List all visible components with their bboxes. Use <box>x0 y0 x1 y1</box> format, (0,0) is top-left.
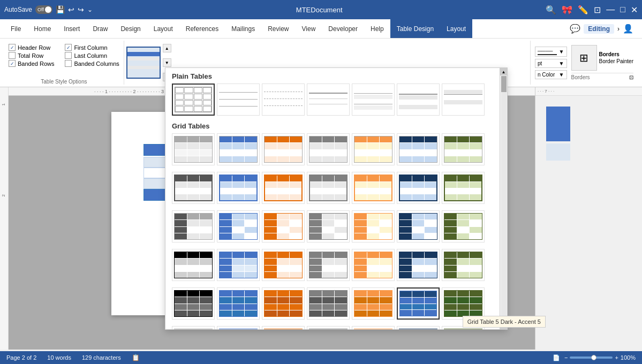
zoom-out-icon[interactable]: − <box>564 354 568 361</box>
grid-table-green1[interactable] <box>442 133 485 165</box>
header-row-checkbox[interactable]: Header Row <box>9 44 63 51</box>
grid-table-gray2[interactable] <box>307 172 350 204</box>
tab-file[interactable]: File <box>4 19 27 38</box>
grid-table-yellowD3[interactable] <box>352 326 395 330</box>
tab-references[interactable]: References <box>179 19 225 38</box>
ribbon-icon[interactable]: 🎀 <box>562 5 572 15</box>
tab-table-layout[interactable]: Layout <box>440 19 472 38</box>
plain-table-1[interactable] <box>172 84 215 116</box>
grid-table-lightblue2[interactable] <box>397 172 440 204</box>
autosave-toggle[interactable]: Off <box>35 5 52 14</box>
scroll-thumb[interactable] <box>501 76 507 92</box>
scroll-track[interactable] <box>501 76 507 321</box>
grid-table-default2[interactable] <box>172 172 215 204</box>
pen-color-selector[interactable]: n Color ▼ <box>535 70 567 79</box>
plain-table-7[interactable] <box>442 84 485 116</box>
grid-table-blue3[interactable] <box>217 210 260 242</box>
redo-icon[interactable]: ↪ <box>78 5 84 14</box>
total-row-checkbox[interactable]: Total Row <box>9 52 63 59</box>
grid-table-orange2[interactable] <box>262 172 305 204</box>
grid-table-default3[interactable] <box>172 210 215 242</box>
customize-icon[interactable]: ⌄ <box>87 6 93 13</box>
close-icon[interactable]: ✕ <box>631 5 638 15</box>
undo-icon[interactable]: ↩ <box>68 5 74 14</box>
grid-table-lblueD1[interactable] <box>397 249 440 281</box>
plain-table-3[interactable] <box>262 84 305 116</box>
grid-table-gray3[interactable] <box>307 210 350 242</box>
zoom-track[interactable] <box>570 357 613 359</box>
pen-icon[interactable]: ✏️ <box>578 5 588 15</box>
grid-table-black3[interactable] <box>172 326 215 330</box>
grid-table-orangeD3[interactable] <box>262 326 305 330</box>
tab-draw[interactable]: Draw <box>86 19 114 38</box>
grid-table-grayD2[interactable] <box>307 287 350 320</box>
grid-table-black2[interactable] <box>172 287 215 320</box>
line-weight-selector[interactable]: pt ▼ <box>535 59 567 68</box>
line-style-selector[interactable]: ──── ▼ <box>535 47 567 57</box>
borders-settings-icon[interactable]: ⊡ <box>629 74 633 80</box>
tab-home[interactable]: Home <box>27 19 57 38</box>
grid-table-yellowD1[interactable] <box>352 249 395 281</box>
grid-table-blueD1[interactable] <box>217 249 260 281</box>
last-column-checkbox[interactable]: Last Column <box>65 52 119 59</box>
comments-icon[interactable]: 💬 <box>570 24 580 34</box>
grid-table-grayD3[interactable] <box>307 326 350 330</box>
grid-table-blueD3[interactable] <box>217 326 260 330</box>
minimize-icon[interactable]: — <box>606 5 615 14</box>
restore-icon[interactable]: ⊡ <box>594 5 601 15</box>
grid-table-yellowD2[interactable] <box>352 287 395 320</box>
banded-rows-checkbox[interactable]: Banded Rows <box>9 60 63 67</box>
grid-table-blueD2[interactable] <box>217 287 260 320</box>
tab-layout[interactable]: Layout <box>147 19 179 38</box>
grid-table-lblueD3[interactable] <box>397 326 440 330</box>
tab-mailings[interactable]: Mailings <box>225 19 261 38</box>
tab-insert[interactable]: Insert <box>57 19 86 38</box>
grid-table-greenD3[interactable] <box>442 326 485 330</box>
plain-table-6[interactable] <box>397 84 440 116</box>
grid-table-lightblue3[interactable] <box>397 210 440 242</box>
grid-table-gray1[interactable] <box>307 133 350 165</box>
editing-label[interactable]: Editing <box>584 24 614 34</box>
search-icon[interactable]: 🔍 <box>546 5 556 15</box>
scroll-up-button[interactable]: ▲ <box>500 68 508 75</box>
grid-table-orangeD1[interactable] <box>262 249 305 281</box>
grid-table-orangeD2[interactable] <box>262 287 305 320</box>
plain-table-2[interactable] <box>217 84 260 116</box>
tab-table-design[interactable]: Table Design <box>390 19 440 38</box>
tab-developer[interactable]: Developer <box>322 19 364 38</box>
user-icon[interactable]: 👤 <box>623 24 633 34</box>
borders-button[interactable]: ⊞ <box>571 45 597 71</box>
grid-table-orange1[interactable] <box>262 133 305 165</box>
tab-view[interactable]: View <box>296 19 322 38</box>
plain-table-5[interactable] <box>352 84 395 116</box>
grid-table-accent5[interactable] <box>397 287 440 320</box>
expand-icon[interactable]: › <box>617 25 620 33</box>
banded-columns-checkbox[interactable]: Banded Columns <box>65 60 119 67</box>
grid-table-orange3[interactable] <box>262 210 305 242</box>
zoom-slider[interactable]: − + 100% <box>564 354 636 361</box>
grid-table-lightblue1[interactable] <box>397 133 440 165</box>
grid-table-yellow1[interactable] <box>352 133 395 165</box>
grid-table-greenD2[interactable] <box>442 287 485 320</box>
grid-table-yellow3[interactable] <box>352 210 395 242</box>
grid-table-green3[interactable] <box>442 210 485 242</box>
grid-table-green2[interactable] <box>442 172 485 204</box>
grid-table-grayD1[interactable] <box>307 249 350 281</box>
grid-table-blue1[interactable] <box>217 133 260 165</box>
scroll-down-button[interactable]: ▼ <box>500 322 508 329</box>
dropdown-scrollbar[interactable]: ▲ ▼ <box>500 68 507 329</box>
save-icon[interactable]: 💾 <box>56 5 65 14</box>
tab-help[interactable]: Help <box>364 19 390 38</box>
plain-table-4[interactable] <box>307 84 350 116</box>
view-mode-icon[interactable]: 📄 <box>553 354 560 361</box>
first-column-checkbox[interactable]: First Column <box>65 44 119 51</box>
gallery-up-arrow[interactable]: ▲ <box>163 44 171 52</box>
zoom-in-icon[interactable]: + <box>615 354 618 361</box>
gallery-down-arrow[interactable]: ▼ <box>163 58 171 67</box>
grid-table-yellow2[interactable] <box>352 172 395 204</box>
grid-table-default1[interactable] <box>172 133 215 165</box>
zoom-thumb[interactable] <box>591 355 596 360</box>
tab-review[interactable]: Review <box>261 19 295 38</box>
grid-table-greenD1[interactable] <box>442 249 485 281</box>
maximize-icon[interactable]: □ <box>620 5 625 14</box>
